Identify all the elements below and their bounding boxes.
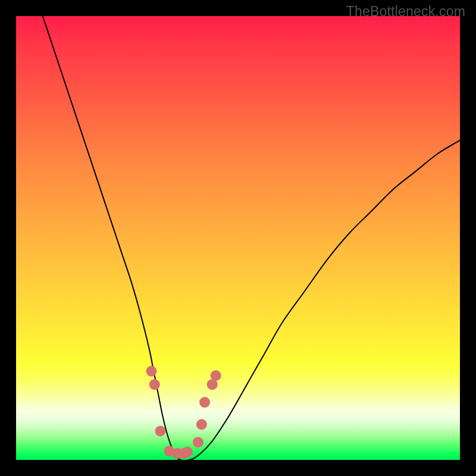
data-marker: [211, 370, 221, 381]
chart-frame: TheBottleneck.com: [0, 0, 476, 476]
data-marker: [182, 447, 193, 458]
data-marker: [196, 419, 207, 430]
bottleneck-curve: [43, 16, 460, 460]
data-marker: [155, 426, 165, 437]
plot-area: [16, 16, 460, 460]
data-marker: [146, 366, 157, 377]
data-marker: [199, 397, 210, 408]
data-marker: [149, 379, 160, 390]
curve-svg: [16, 16, 460, 460]
data-marker: [193, 437, 203, 447]
